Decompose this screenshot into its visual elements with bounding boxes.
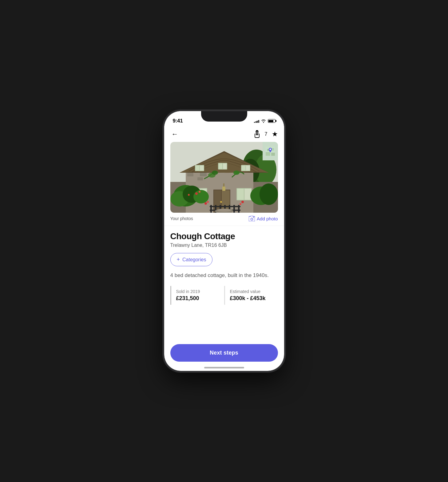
favorite-button[interactable]: ★ xyxy=(272,130,278,138)
share-button[interactable] xyxy=(254,130,260,138)
estimated-label: Estimated value xyxy=(230,289,273,294)
save-count: 7 xyxy=(265,131,268,137)
signal-icon xyxy=(254,119,259,123)
categories-button[interactable]: + Categories xyxy=(170,253,213,266)
svg-point-35 xyxy=(195,192,198,195)
property-image xyxy=(170,142,278,213)
svg-rect-41 xyxy=(222,187,225,191)
svg-rect-7 xyxy=(187,173,193,176)
svg-point-52 xyxy=(217,209,231,212)
property-name: Chough Cottage xyxy=(170,231,278,241)
svg-point-55 xyxy=(241,201,244,203)
svg-rect-16 xyxy=(219,163,222,169)
add-photo-label: Add photo xyxy=(257,216,278,221)
photos-label: Your photos xyxy=(170,216,193,221)
svg-rect-19 xyxy=(242,166,245,171)
property-description: 4 bed detached cottage, built in the 194… xyxy=(170,272,278,279)
categories-label: Categories xyxy=(182,257,206,263)
estimated-value-stat: Estimated value £300k - £453k xyxy=(224,286,278,305)
svg-rect-64 xyxy=(271,153,275,156)
svg-rect-11 xyxy=(197,177,203,180)
svg-point-39 xyxy=(260,183,278,205)
add-photo-button[interactable]: Add photo xyxy=(249,216,278,221)
categories-plus-icon: + xyxy=(177,256,180,263)
map-pin-icon xyxy=(266,147,275,156)
next-steps-button[interactable]: Next steps xyxy=(170,344,278,362)
svg-point-66 xyxy=(251,218,253,220)
svg-rect-20 xyxy=(246,166,250,171)
svg-rect-13 xyxy=(196,166,199,171)
estimated-value: £300k - £453k xyxy=(230,295,273,302)
svg-rect-17 xyxy=(223,163,227,169)
status-icons xyxy=(254,119,276,123)
svg-rect-9 xyxy=(200,173,207,176)
svg-rect-10 xyxy=(187,177,196,180)
property-image-container[interactable] xyxy=(170,142,278,213)
svg-point-53 xyxy=(204,202,207,205)
status-time: 9:41 xyxy=(173,118,183,124)
home-indicator xyxy=(204,367,244,368)
back-button[interactable]: ← xyxy=(170,129,180,139)
phone-notch xyxy=(201,111,247,122)
svg-point-36 xyxy=(199,191,200,193)
svg-point-54 xyxy=(207,201,209,203)
svg-point-24 xyxy=(220,201,222,203)
sold-value: £231,500 xyxy=(176,295,219,302)
svg-point-65 xyxy=(269,149,271,150)
svg-rect-8 xyxy=(194,173,199,176)
phone-device: 9:41 xyxy=(164,111,284,371)
svg-rect-63 xyxy=(266,152,270,156)
nav-bar: ← 7 ★ xyxy=(164,127,284,142)
svg-rect-14 xyxy=(200,166,204,171)
svg-point-34 xyxy=(193,190,209,203)
camera-plus-icon xyxy=(249,216,255,221)
svg-point-37 xyxy=(188,194,190,196)
svg-point-59 xyxy=(233,171,240,175)
wifi-icon xyxy=(261,119,266,123)
svg-rect-29 xyxy=(237,189,244,200)
property-details: Chough Cottage Trelawny Lane, TR16 6JB +… xyxy=(164,226,284,305)
stats-row: Sold in 2019 £231,500 Estimated value £3… xyxy=(170,286,278,305)
map-thumbnail[interactable] xyxy=(263,142,278,160)
photos-row: Your photos Add photo xyxy=(164,213,284,226)
next-steps-container: Next steps xyxy=(170,344,278,362)
battery-icon xyxy=(268,119,276,123)
nav-right-actions: 7 ★ xyxy=(254,130,278,138)
sold-stat: Sold in 2019 £231,500 xyxy=(170,286,224,305)
svg-point-56 xyxy=(240,203,241,205)
svg-point-58 xyxy=(212,171,218,175)
sold-label: Sold in 2019 xyxy=(176,289,219,294)
svg-rect-30 xyxy=(244,189,251,200)
property-address: Trelawny Lane, TR16 6JB xyxy=(170,243,278,248)
svg-rect-49 xyxy=(210,206,240,207)
phone-screen: 9:41 xyxy=(164,111,284,371)
